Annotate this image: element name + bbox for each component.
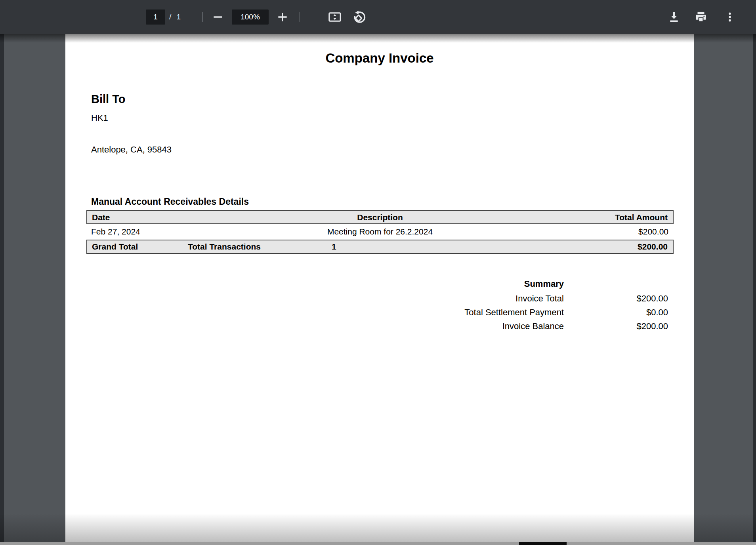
summary-row: Invoice Total $200.00 bbox=[65, 293, 694, 305]
cell-date: Feb 27, 2024 bbox=[91, 224, 140, 239]
pdf-viewer-area: Company Invoice Bill To HK1 Antelope, CA… bbox=[0, 34, 756, 545]
horizontal-scrollbar-thumb[interactable] bbox=[519, 542, 567, 545]
summary-row: Total Settlement Payment $0.00 bbox=[65, 307, 694, 318]
cell-description: Meeting Room for 26.2.2024 bbox=[327, 224, 433, 239]
summary-heading: Summary bbox=[524, 278, 564, 290]
more-vertical-icon bbox=[724, 10, 735, 24]
toolbar-separator bbox=[202, 12, 203, 22]
bill-to-heading: Bill To bbox=[91, 93, 125, 106]
more-options-button[interactable] bbox=[724, 10, 735, 24]
total-transactions-count: 1 bbox=[332, 240, 336, 253]
toolbar-separator bbox=[299, 12, 300, 22]
header-cell-description: Description bbox=[357, 211, 403, 223]
zoom-in-button[interactable] bbox=[275, 10, 290, 24]
page-number-input[interactable] bbox=[146, 10, 165, 25]
summary-value: $0.00 bbox=[646, 307, 668, 318]
horizontal-scrollbar[interactable] bbox=[0, 542, 756, 545]
pdf-toolbar: / 1 100% bbox=[0, 0, 756, 34]
print-button[interactable] bbox=[693, 10, 708, 24]
summary-label: Invoice Balance bbox=[502, 320, 564, 332]
page-count-label: / 1 bbox=[169, 10, 182, 25]
grand-total-label: Grand Total bbox=[92, 240, 138, 253]
cell-total-amount: $200.00 bbox=[638, 224, 668, 239]
summary-value: $200.00 bbox=[636, 320, 668, 332]
bill-to-address: Antelope, CA, 95843 bbox=[91, 145, 172, 155]
grand-total-row: Grand Total Total Transactions 1 $200.00 bbox=[86, 240, 674, 254]
fit-to-page-icon bbox=[327, 10, 342, 24]
print-icon bbox=[694, 10, 708, 24]
summary-label: Total Settlement Payment bbox=[464, 307, 564, 318]
receivables-table: Date Description Total Amount Feb 27, 20… bbox=[86, 210, 674, 254]
summary-value: $200.00 bbox=[636, 293, 668, 305]
zoom-in-icon bbox=[276, 10, 289, 24]
table-header-row: Date Description Total Amount bbox=[86, 210, 674, 224]
left-edge-strip bbox=[0, 34, 4, 545]
bill-to-name: HK1 bbox=[91, 113, 108, 123]
grand-total-amount: $200.00 bbox=[638, 240, 668, 253]
summary-row: Invoice Balance $200.00 bbox=[65, 320, 694, 332]
summary-label: Invoice Total bbox=[515, 293, 564, 305]
pdf-page: Company Invoice Bill To HK1 Antelope, CA… bbox=[65, 34, 694, 542]
table-row: Feb 27, 2024 Meeting Room for 26.2.2024 … bbox=[86, 224, 674, 239]
total-transactions-label: Total Transactions bbox=[188, 240, 261, 253]
download-button[interactable] bbox=[667, 10, 681, 24]
fit-to-page-button[interactable] bbox=[327, 10, 343, 25]
rotate-counterclockwise-icon bbox=[352, 10, 367, 24]
header-cell-date: Date bbox=[92, 211, 110, 223]
zoom-out-icon bbox=[211, 10, 225, 24]
invoice-title: Company Invoice bbox=[65, 51, 694, 66]
header-cell-total-amount: Total Amount bbox=[615, 211, 668, 223]
download-icon bbox=[667, 10, 681, 24]
receivables-heading: Manual Account Receivables Details bbox=[91, 196, 249, 207]
zoom-out-button[interactable] bbox=[211, 10, 225, 24]
zoom-level-display[interactable]: 100% bbox=[232, 10, 269, 25]
summary-heading-row: Summary bbox=[65, 278, 694, 290]
right-edge-strip bbox=[753, 34, 756, 545]
rotate-button[interactable] bbox=[351, 9, 368, 25]
